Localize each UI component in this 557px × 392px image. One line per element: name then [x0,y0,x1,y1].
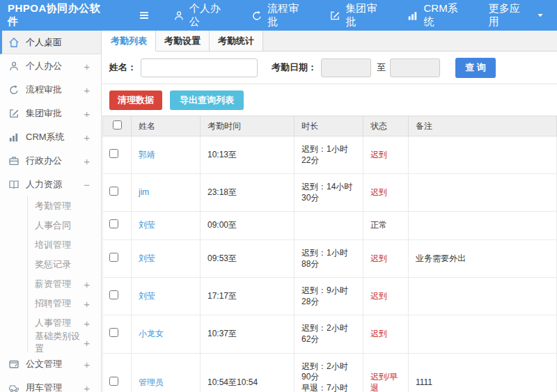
employee-name-link[interactable]: 小龙女 [139,329,164,338]
nav-item-4[interactable]: CRM系统 [396,0,477,31]
note-cell [409,212,557,240]
sidebar-item-7[interactable]: 人力资源− [0,173,101,196]
tab-3[interactable]: 考勤统计 [210,31,263,52]
name-input[interactable] [141,58,258,77]
expand-plus-icon[interactable]: + [84,155,94,167]
status-badge: 迟到 [363,174,409,212]
employee-name-link[interactable]: 郭靖 [139,150,155,159]
sidebar-subitem-6[interactable]: 招聘管理+ [28,294,101,313]
row-checkbox[interactable] [109,253,118,262]
table-row-1: 郭靖10:13至迟到：1小时22分迟到 [103,136,557,174]
expand-plus-icon[interactable]: + [84,132,94,143]
tab-1[interactable]: 考勤列表 [102,31,156,52]
column-header: 备注 [409,116,557,136]
sidebar-subitem-label: 考勤管理 [35,200,71,212]
nav-item-1[interactable]: 个人办公 [162,0,240,31]
sidebar-item-5[interactable]: CRM系统+ [0,125,101,149]
note-cell [409,278,557,315]
duration-cell: 迟到：2小时90分早退：7小时10分 [295,353,363,392]
expand-plus-icon[interactable]: + [84,61,94,72]
sidebar-item-2[interactable]: 个人办公+ [0,54,101,78]
employee-name-link[interactable]: 刘莹 [139,291,155,301]
tab-2[interactable]: 考勤设置 [156,31,210,52]
attendance-time: 09:00至 [201,212,295,240]
nav-item-5[interactable]: 更多应用 [478,0,557,31]
duration-cell: 迟到：1小时88分 [295,240,363,277]
note-cell [409,315,557,353]
hamburger-icon[interactable] [139,8,150,22]
row-checkbox[interactable] [109,187,118,196]
row-checkbox[interactable] [109,149,118,158]
row-checkbox[interactable] [109,377,118,386]
user-icon [173,10,185,22]
sidebar-item-label: 人力资源 [26,178,62,191]
main-content: 考勤列表考勤设置考勤统计 姓名： 考勤日期： 至 查 询 清理数据 导出查询列表… [102,31,557,392]
edit-icon [329,10,340,22]
chart-icon [407,10,418,22]
attendance-time: 10:54至10:54 [201,353,295,392]
status-badge: 迟到 [363,136,409,174]
row-checkbox[interactable] [109,219,118,228]
date-from-input[interactable] [321,58,371,77]
employee-name-link[interactable]: 管理员 [139,377,164,387]
date-to-input[interactable] [390,58,440,77]
table-row-6: 小龙女10:37至迟到：2小时62分迟到 [103,315,557,353]
sidebar-item-label: 公文管理 [26,358,62,370]
attendance-time: 17:17至 [201,278,295,315]
expand-plus-icon[interactable]: + [84,317,101,329]
attendance-table: 姓名考勤时间时长状态备注 郭靖10:13至迟到：1小时22分迟到jim23:18… [102,116,557,392]
duration-cell: 迟到：14小时30分 [295,174,363,212]
sidebar-item-3[interactable]: 流程审批+ [0,78,101,102]
sidebar-subitem-4[interactable]: 奖惩记录 [28,255,101,274]
sidebar-sublist: 考勤管理人事合同培训管理奖惩记录薪资管理+招聘管理+人事管理+基础类别设置+ [27,196,101,352]
column-header: 时长 [295,116,363,136]
sidebar-item-label: 流程审批 [26,84,62,96]
status-badge: 迟到 [363,240,409,277]
sidebar-item-6[interactable]: 行政办公+ [0,149,101,173]
expand-plus-icon[interactable]: + [84,298,101,310]
export-list-button[interactable]: 导出查询列表 [170,91,244,110]
expand-plus-icon[interactable]: + [84,84,94,96]
status-badge: 正常 [363,212,409,240]
row-checkbox[interactable] [109,290,118,299]
sidebar-subitem-2[interactable]: 人事合同 [28,216,101,235]
expand-plus-icon[interactable]: + [84,108,94,120]
column-header: 考勤时间 [201,116,295,136]
column-header: 姓名 [132,116,201,136]
select-all-checkbox[interactable] [113,120,122,130]
expand-plus-icon[interactable]: + [84,382,94,392]
sidebar-subitem-5[interactable]: 薪资管理+ [28,274,101,294]
table-row-3: 刘莹09:00至正常 [103,212,557,240]
sidebar-item-4[interactable]: 集团审批+ [0,102,101,125]
collapse-minus-icon[interactable]: − [84,179,94,191]
row-checkbox[interactable] [109,328,118,337]
clean-data-button[interactable]: 清理数据 [109,91,162,110]
sidebar-subitem-8[interactable]: 基础类别设置+ [28,333,101,352]
tab-bar: 考勤列表考勤设置考勤统计 [102,31,557,52]
table-header-row: 姓名考勤时间时长状态备注 [103,116,557,136]
sidebar-subitem-3[interactable]: 培训管理 [28,235,101,255]
expand-plus-icon[interactable]: + [84,337,101,349]
nav-item-3[interactable]: 集团审批 [318,0,396,31]
sidebar-item-8[interactable]: 公文管理+ [0,352,101,376]
table-row-4: 刘莹09:53至迟到：1小时88分迟到业务需要外出 [103,240,557,277]
expand-plus-icon[interactable]: + [84,279,101,290]
sidebar-item-9[interactable]: 用车管理+ [0,376,101,392]
top-nav-items: 个人办公流程审批集团审批CRM系统更多应用 [162,0,557,31]
employee-name-link[interactable]: 刘莹 [139,220,155,230]
column-header: 状态 [363,116,409,136]
search-button[interactable]: 查 询 [455,58,496,78]
sidebar-subitem-label: 薪资管理 [35,278,71,290]
employee-name-link[interactable]: 刘莹 [139,253,155,263]
date-to-label: 至 [377,61,386,74]
sidebar-subitem-1[interactable]: 考勤管理 [28,196,101,216]
employee-name-link[interactable]: jim [139,187,149,197]
nav-item-2[interactable]: 流程审批 [240,0,318,31]
note-cell [409,136,557,174]
attendance-time: 23:18至 [201,174,295,212]
sidebar-item-1[interactable]: 个人桌面 [0,31,101,54]
duration-cell [295,212,363,240]
status-badge: 迟到/早退 [363,353,409,392]
attendance-time: 09:53至 [201,240,295,277]
expand-plus-icon[interactable]: + [84,359,94,370]
